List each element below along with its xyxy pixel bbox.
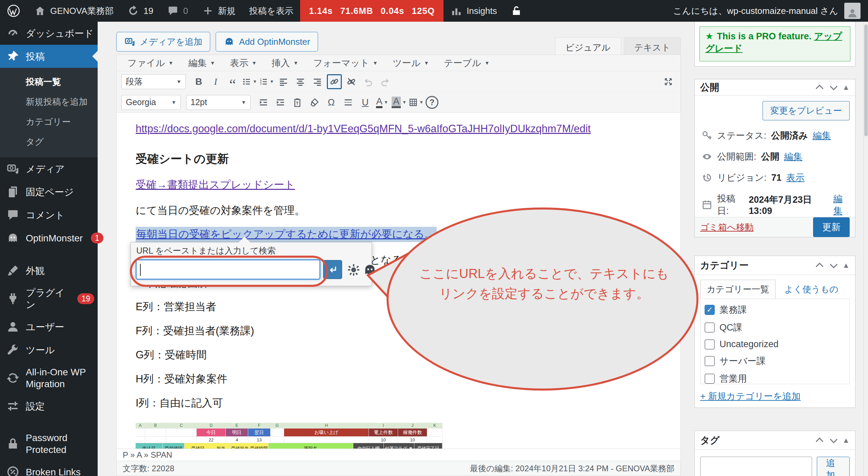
tab-all-categories[interactable]: カテゴリー一覧 bbox=[700, 280, 775, 299]
sidebar-item-broken-links[interactable]: Broken Links bbox=[0, 460, 98, 476]
tab-frequent-categories[interactable]: よく使うもの bbox=[784, 280, 838, 299]
add-optinmonster-button[interactable]: Add OptinMonster bbox=[216, 32, 318, 52]
publish-row-action-link[interactable]: 編集 bbox=[784, 151, 803, 163]
publish-panel-header[interactable]: 公開 ▲ bbox=[695, 79, 855, 96]
submenu-item[interactable]: 投稿一覧 bbox=[0, 72, 98, 92]
link-url-input[interactable] bbox=[136, 259, 320, 280]
perf-stat[interactable]: 125Q bbox=[412, 6, 435, 16]
sidebar-item-optinmonster[interactable]: OptinMonster1 bbox=[0, 226, 98, 250]
account-menu[interactable]: こんにちは、wp-customaize-manual さん bbox=[673, 3, 868, 19]
sidebar-item-posts[interactable]: 投稿 bbox=[0, 45, 98, 68]
sidebar-item-pages[interactable]: 固定ページ bbox=[0, 180, 98, 203]
link-icon[interactable] bbox=[327, 74, 342, 89]
undo-icon[interactable] bbox=[361, 74, 376, 89]
outdent-icon[interactable] bbox=[256, 95, 271, 110]
submenu-item[interactable]: 新規投稿を追加 bbox=[0, 92, 98, 112]
view-post-link[interactable]: 投稿を表示 bbox=[242, 0, 300, 22]
redo-icon[interactable] bbox=[378, 74, 393, 89]
move-down-icon[interactable] bbox=[830, 82, 838, 90]
background-color-icon[interactable]: A▼ bbox=[392, 95, 407, 110]
sidebar-item-password-protected[interactable]: Password Protected bbox=[0, 427, 98, 460]
link-options-gear-icon[interactable] bbox=[347, 263, 361, 277]
menu-表示[interactable]: 表示▼ bbox=[224, 57, 263, 69]
toggle-panel-icon[interactable]: ▲ bbox=[842, 83, 850, 92]
font-family-select[interactable]: Georgia▼ bbox=[121, 95, 181, 110]
sidebar-item-appearance[interactable]: 外観 bbox=[0, 259, 98, 282]
category-checkbox[interactable] bbox=[705, 322, 715, 333]
publish-row-action-link[interactable]: 編集 bbox=[813, 130, 831, 142]
align-center-icon[interactable] bbox=[293, 74, 308, 89]
sidebar-item-media[interactable]: メディア bbox=[0, 157, 98, 180]
add-media-button[interactable]: メディアを追加 bbox=[116, 32, 210, 52]
sidebar-item-users[interactable]: ユーザー bbox=[0, 315, 98, 338]
menu-テーブル[interactable]: テーブル▼ bbox=[438, 57, 496, 69]
italic-icon[interactable]: I bbox=[208, 74, 223, 89]
sidebar-item-tools[interactable]: ツール bbox=[0, 338, 98, 361]
numbered-list-icon[interactable]: 123▼ bbox=[259, 74, 274, 89]
fullscreen-icon[interactable] bbox=[661, 74, 676, 89]
menu-編集[interactable]: 編集▼ bbox=[182, 57, 221, 69]
optinmonster-link-icon[interactable] bbox=[362, 262, 378, 278]
password-protection-status[interactable] bbox=[504, 0, 529, 22]
comments-link[interactable]: 0 bbox=[160, 0, 195, 22]
category-checkbox[interactable] bbox=[705, 356, 715, 366]
sidebar-item-dashboard[interactable]: ダッシュボード bbox=[0, 22, 98, 45]
scrollbar-thumb[interactable] bbox=[864, 24, 868, 136]
underline-icon[interactable]: U bbox=[358, 95, 373, 110]
new-post-menu[interactable]: 新規 bbox=[195, 0, 242, 22]
sidebar-item-comments[interactable]: コメント bbox=[0, 203, 98, 226]
perf-stat[interactable]: 1.14s bbox=[309, 6, 333, 16]
add-tag-button[interactable]: 追加 bbox=[817, 457, 850, 476]
update-button[interactable]: 更新 bbox=[813, 217, 850, 237]
publish-row-action-link[interactable]: 表示 bbox=[786, 172, 805, 184]
move-down-icon[interactable] bbox=[830, 435, 838, 443]
blockquote-icon[interactable]: “ bbox=[225, 74, 240, 89]
wordpress-logo-menu[interactable] bbox=[0, 0, 27, 22]
submenu-item[interactable]: タグ bbox=[0, 132, 98, 152]
move-up-icon[interactable] bbox=[816, 437, 824, 445]
preview-changes-button[interactable]: 変更をプレビュー bbox=[763, 101, 850, 120]
sidebar-item-migration[interactable]: All-in-One WP Migration bbox=[0, 361, 98, 395]
clear-formatting-icon[interactable] bbox=[307, 95, 322, 110]
insights-menu[interactable]: Insights bbox=[443, 0, 504, 22]
apply-link-button[interactable] bbox=[323, 260, 342, 279]
highlighted-link[interactable]: 毎朝当日の受確をピックアップするために更新が必要になる。 bbox=[136, 227, 437, 242]
sidebar-item-plugins[interactable]: プラグイン19 bbox=[0, 282, 98, 315]
menu-挿入[interactable]: 挿入▼ bbox=[265, 57, 304, 69]
special-character-icon[interactable]: Ω bbox=[324, 95, 339, 110]
menu-ファイル[interactable]: ファイル▼ bbox=[121, 57, 179, 69]
move-up-icon[interactable] bbox=[816, 262, 824, 270]
text-color-icon[interactable]: A▼ bbox=[375, 95, 390, 110]
updates-link[interactable]: 19 bbox=[120, 0, 160, 22]
categories-panel-header[interactable]: カテゴリー ▲ bbox=[695, 256, 855, 275]
read-more-icon[interactable] bbox=[341, 95, 356, 110]
performance-stats-badge[interactable]: 1.14s71.6MB0.04s125Q bbox=[300, 0, 443, 22]
category-checkbox[interactable]: ✓ bbox=[705, 305, 715, 315]
help-icon[interactable]: ? bbox=[426, 96, 438, 109]
tag-input[interactable] bbox=[700, 457, 812, 476]
menu-フォーマット[interactable]: フォーマット▼ bbox=[307, 57, 384, 69]
move-to-trash-link[interactable]: ゴミ箱へ移動 bbox=[700, 221, 754, 233]
paste-as-text-icon[interactable]: T bbox=[290, 95, 305, 110]
tags-panel-header[interactable]: タグ ▲ bbox=[695, 431, 855, 450]
spreadsheet-link[interactable]: 受確→書類提出スプレッドシート bbox=[136, 179, 295, 191]
format-select[interactable]: 段落▼ bbox=[121, 74, 186, 89]
perf-stat[interactable]: 0.04s bbox=[380, 6, 404, 16]
move-down-icon[interactable] bbox=[830, 260, 838, 268]
site-name-link[interactable]: GENOVA業務部 bbox=[27, 0, 120, 22]
sidebar-item-settings[interactable]: 設定 bbox=[0, 395, 98, 418]
align-right-icon[interactable] bbox=[310, 74, 325, 89]
font-size-select[interactable]: 12pt▼ bbox=[186, 95, 251, 110]
editor-element-path[interactable]: P » A » SPAN bbox=[117, 449, 680, 461]
add-category-link[interactable]: + 新規カテゴリーを追加 bbox=[700, 390, 850, 402]
category-checkbox[interactable] bbox=[705, 339, 715, 350]
google-doc-link[interactable]: https://docs.google.com/document/d/1-by1… bbox=[136, 123, 591, 135]
menu-ツール[interactable]: ツール▼ bbox=[387, 57, 435, 69]
perf-stat[interactable]: 71.6MB bbox=[340, 6, 373, 16]
toggle-panel-icon[interactable]: ▲ bbox=[842, 261, 850, 270]
bullet-list-icon[interactable]: ▼ bbox=[242, 74, 257, 89]
page-scrollbar[interactable] bbox=[863, 22, 868, 476]
indent-icon[interactable] bbox=[273, 95, 288, 110]
spreadsheet-screenshot[interactable]: ABCDEFGHIJK今日明日翌日お吸い上げ電上件数稼働件数224131010申… bbox=[136, 423, 442, 449]
move-up-icon[interactable] bbox=[816, 84, 824, 92]
